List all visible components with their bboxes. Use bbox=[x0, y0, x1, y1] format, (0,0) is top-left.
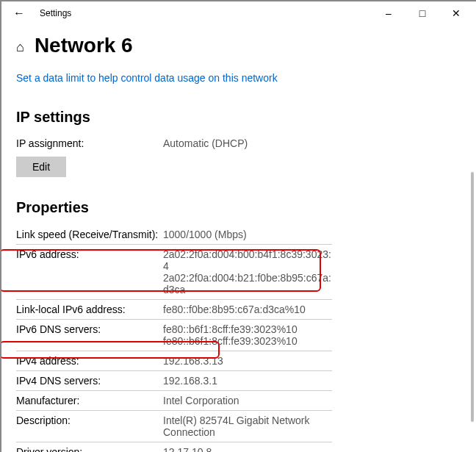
properties-heading: Properties bbox=[16, 199, 461, 216]
row-ipv4-dns: IPv4 DNS servers: 192.168.3.1 bbox=[16, 371, 332, 391]
scrollbar[interactable] bbox=[465, 25, 475, 451]
label-ipv6-address: IPv6 address: bbox=[16, 245, 163, 300]
app-name: Settings bbox=[34, 8, 372, 18]
label-manufacturer: Manufacturer: bbox=[16, 391, 163, 411]
row-ipv6-address: IPv6 address: 2a02:2f0a:d004:b00:b4f1:8c… bbox=[16, 245, 332, 300]
data-limit-link[interactable]: Set a data limit to help control data us… bbox=[16, 62, 278, 97]
label-ipv6-dns: IPv6 DNS servers: bbox=[16, 320, 163, 351]
value-description: Intel(R) 82574L Gigabit Network Connecti… bbox=[163, 411, 332, 442]
label-ipv4-address: IPv4 address: bbox=[16, 351, 163, 371]
row-ipv6-dns: IPv6 DNS servers: fe80::b6f1:8cff:fe39:3… bbox=[16, 320, 332, 351]
row-description: Description: Intel(R) 82574L Gigabit Net… bbox=[16, 411, 332, 442]
label-link-speed: Link speed (Receive/Transmit): bbox=[16, 225, 163, 245]
value-manufacturer: Intel Corporation bbox=[163, 391, 332, 411]
value-ipv4-address: 192.168.3.13 bbox=[163, 351, 332, 371]
titlebar: ← Settings – □ ✕ bbox=[1, 1, 476, 25]
row-driver-version: Driver version: 12.17.10.8 bbox=[16, 442, 332, 453]
row-ipv4-address: IPv4 address: 192.168.3.13 bbox=[16, 351, 332, 371]
edit-button[interactable]: Edit bbox=[16, 157, 66, 177]
value-ipv6-dns: fe80::b6f1:8cff:fe39:3023%10 fe80::b6f1:… bbox=[163, 320, 332, 351]
properties-table: Link speed (Receive/Transmit): 1000/1000… bbox=[16, 225, 332, 452]
scrollbar-thumb[interactable] bbox=[471, 172, 474, 422]
value-link-local-ipv6: fe80::f0be:8b95:c67a:d3ca%10 bbox=[163, 300, 332, 320]
ip-assignment-row: IP assignment: Automatic (DHCP) bbox=[16, 134, 461, 152]
label-driver-version: Driver version: bbox=[16, 442, 163, 453]
ip-assignment-value: Automatic (DHCP) bbox=[163, 137, 248, 149]
row-manufacturer: Manufacturer: Intel Corporation bbox=[16, 391, 332, 411]
close-button[interactable]: ✕ bbox=[439, 1, 473, 25]
home-icon[interactable]: ⌂ bbox=[16, 40, 24, 55]
back-button[interactable]: ← bbox=[4, 1, 34, 25]
page-header: ⌂ Network 6 bbox=[1, 25, 476, 62]
label-description: Description: bbox=[16, 411, 163, 442]
value-ipv4-dns: 192.168.3.1 bbox=[163, 371, 332, 391]
ip-assignment-label: IP assignment: bbox=[16, 137, 163, 149]
minimize-button[interactable]: – bbox=[372, 1, 405, 25]
label-link-local-ipv6: Link-local IPv6 address: bbox=[16, 300, 163, 320]
page-title: Network 6 bbox=[35, 34, 133, 57]
value-driver-version: 12.17.10.8 bbox=[163, 442, 332, 453]
row-link-local-ipv6: Link-local IPv6 address: fe80::f0be:8b95… bbox=[16, 300, 332, 320]
label-ipv4-dns: IPv4 DNS servers: bbox=[16, 371, 163, 391]
row-link-speed: Link speed (Receive/Transmit): 1000/1000… bbox=[16, 225, 332, 245]
content-area: Set a data limit to help control data us… bbox=[1, 62, 476, 452]
maximize-button[interactable]: □ bbox=[405, 1, 439, 25]
value-ipv6-address: 2a02:2f0a:d004:b00:b4f1:8c39:3023:4 2a02… bbox=[163, 245, 332, 300]
ip-settings-heading: IP settings bbox=[16, 109, 461, 126]
value-link-speed: 1000/1000 (Mbps) bbox=[163, 225, 332, 245]
